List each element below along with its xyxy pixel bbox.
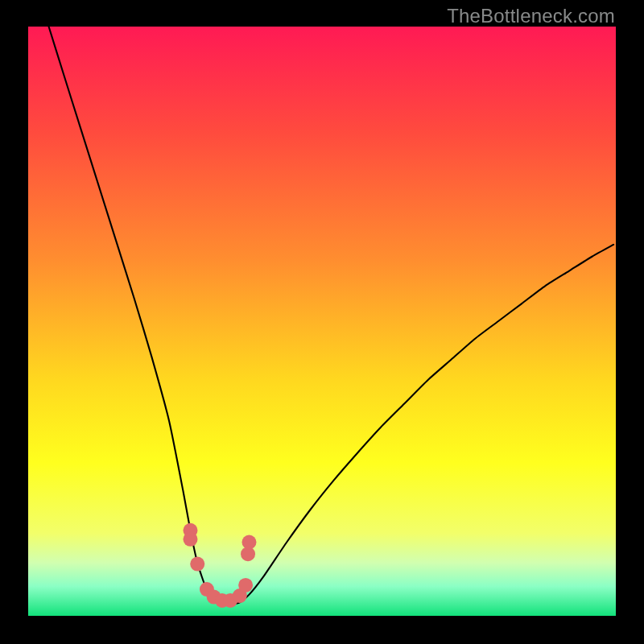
plot-area	[28, 27, 616, 616]
curve-marker	[242, 535, 256, 550]
curve-marker	[190, 557, 204, 572]
gradient-background	[28, 27, 616, 616]
curve-marker	[238, 578, 253, 592]
curve-marker	[183, 532, 197, 547]
chart-frame: TheBottleneck.com	[0, 0, 644, 644]
watermark-text: TheBottleneck.com	[447, 5, 615, 27]
chart-svg	[28, 27, 616, 616]
